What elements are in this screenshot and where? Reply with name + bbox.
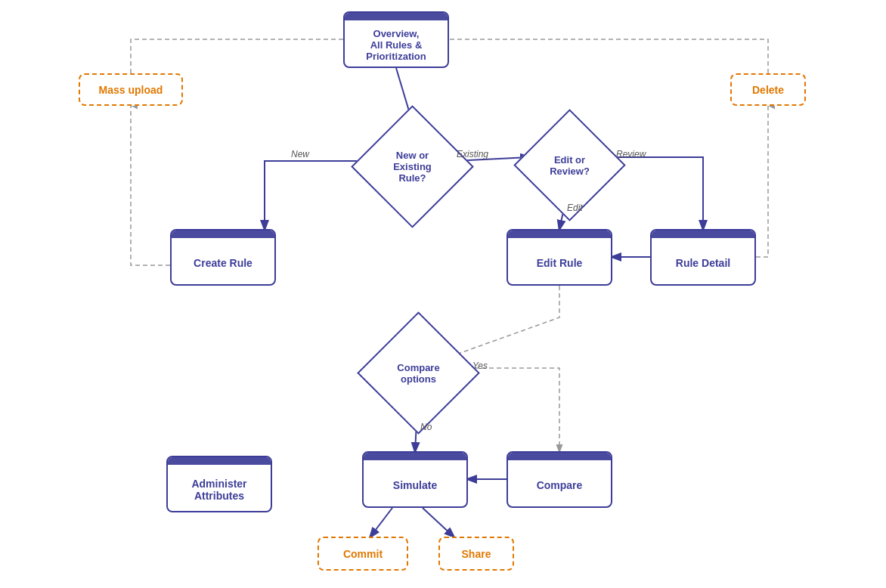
- simulate-header: [364, 453, 466, 460]
- admin-attributes-header: [168, 457, 271, 465]
- admin-attributes-label: Administer Attributes: [191, 478, 246, 502]
- overview-node: Overview, All Rules & Prioritization: [343, 11, 449, 68]
- edit-or-review-label: Edit or Review?: [531, 127, 608, 203]
- simulate-label: Simulate: [393, 479, 437, 491]
- compare-header: [508, 453, 611, 460]
- share-node[interactable]: Share: [438, 537, 514, 571]
- label-no: No: [420, 422, 432, 432]
- share-label: Share: [462, 548, 491, 560]
- commit-label: Commit: [343, 548, 383, 560]
- compare-node[interactable]: Compare: [507, 451, 612, 508]
- new-or-existing-label: New or Existing Rule?: [370, 125, 454, 209]
- simulate-node[interactable]: Simulate: [362, 451, 468, 508]
- svg-line-6: [370, 508, 392, 537]
- create-rule-label: Create Rule: [194, 257, 252, 269]
- delete-label: Delete: [752, 84, 784, 96]
- label-review: Review: [616, 149, 646, 159]
- label-existing: Existing: [457, 149, 488, 159]
- admin-attributes-node[interactable]: Administer Attributes: [166, 456, 272, 512]
- overview-header: [345, 13, 448, 20]
- delete-node[interactable]: Delete: [730, 73, 806, 106]
- label-yes: Yes: [472, 361, 488, 371]
- create-rule-header: [172, 231, 274, 238]
- edit-rule-label: Edit Rule: [537, 257, 583, 269]
- label-new: New: [291, 149, 309, 159]
- compare-options-node: Compare options: [357, 311, 480, 435]
- compare-options-label: Compare options: [376, 331, 460, 415]
- rule-detail-header: [652, 231, 754, 238]
- mass-upload-node[interactable]: Mass upload: [79, 73, 183, 106]
- overview-label: Overview, All Rules & Prioritization: [366, 28, 426, 62]
- diagram-container: Overview, All Rules & Prioritization Mas…: [0, 0, 886, 588]
- label-edit: Edit: [567, 203, 583, 213]
- mass-upload-label: Mass upload: [99, 84, 163, 96]
- edit-rule-header: [508, 231, 611, 238]
- commit-node[interactable]: Commit: [318, 537, 408, 571]
- edit-rule-node[interactable]: Edit Rule: [507, 229, 612, 286]
- create-rule-node[interactable]: Create Rule: [170, 229, 276, 286]
- rule-detail-label: Rule Detail: [676, 257, 730, 269]
- svg-line-7: [423, 508, 454, 537]
- rule-detail-node[interactable]: Rule Detail: [650, 229, 756, 286]
- compare-label: Compare: [537, 479, 583, 491]
- new-or-existing-node: New or Existing Rule?: [351, 105, 474, 228]
